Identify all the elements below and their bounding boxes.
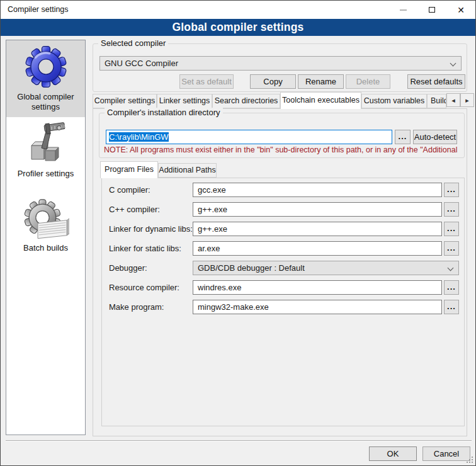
field-label-c-compiler: C compiler: (109, 183, 194, 197)
linker-dynamic-input[interactable]: g++.exe (193, 222, 442, 236)
make-program-input[interactable]: mingw32-make.exe (193, 300, 442, 314)
arrow-right-icon: ▸ (465, 96, 469, 104)
reset-defaults-button[interactable]: Reset defaults (407, 74, 465, 89)
sidebar-item-profiler-settings[interactable]: Profiler settings (6, 117, 85, 191)
subtab-program-files[interactable]: Program Files (100, 161, 158, 178)
group-legend: Compiler's installation directory (105, 108, 223, 117)
set-as-default-button[interactable]: Set as default (179, 74, 234, 89)
c-compiler-input[interactable]: gcc.exe (193, 183, 442, 197)
arrow-left-icon: ◂ (451, 96, 455, 104)
resource-compiler-input[interactable]: windres.exe (193, 280, 442, 295)
subtab-additional-paths[interactable]: Additional Paths (158, 163, 217, 178)
ok-button[interactable]: OK (369, 446, 417, 461)
delete-button[interactable]: Delete (346, 74, 390, 89)
debugger-combobox-value: GDB/CDB debugger : Default (198, 263, 305, 273)
tab-search-directories[interactable]: Search directories (212, 94, 280, 108)
minimize-icon (400, 9, 407, 11)
tab-toolchain-executables[interactable]: Toolchain executables (280, 92, 361, 109)
field-label-linker-static: Linker for static libs: (109, 241, 194, 256)
dialog-banner: Global compiler settings (1, 19, 475, 36)
page-title: Global compiler settings (172, 21, 303, 34)
sidebar-item-label: Global compiler settings (6, 91, 85, 117)
settings-tabstrip: Compiler settings Linker settings Search… (93, 92, 474, 108)
compiler-combobox-value: GNU GCC Compiler (105, 59, 178, 68)
tab-compiler-settings[interactable]: Compiler settings (93, 94, 157, 108)
cpp-compiler-input[interactable]: g++.exe (193, 202, 442, 217)
selected-compiler-group: Selected compiler GNU GCC Compiler Set a… (93, 43, 467, 92)
program-files-tabstrip: Program Files Additional Paths (100, 161, 289, 178)
installation-directory-input[interactable]: C:\raylib\MinGW (106, 130, 392, 144)
browse-cpp-compiler-button[interactable]: ... (444, 202, 459, 217)
group-legend: Selected compiler (98, 38, 168, 48)
browse-resource-compiler-button[interactable]: ... (444, 280, 459, 295)
cancel-button[interactable]: Cancel (422, 446, 470, 461)
maximize-icon (429, 7, 435, 13)
caliper-icon (23, 120, 69, 167)
titlebar[interactable]: Compiler settings ✕ (1, 1, 475, 19)
sidebar-item-label: Profiler settings (6, 168, 85, 184)
tab-linker-settings[interactable]: Linker settings (157, 94, 212, 108)
browse-directory-button[interactable]: ... (395, 130, 411, 144)
rename-button[interactable]: Rename (298, 74, 344, 89)
sidebar-item-batch-builds[interactable]: Batch builds (6, 191, 85, 268)
auto-detect-button[interactable]: Auto-detect (413, 130, 457, 144)
installation-directory-group: Compiler's installation directory C:\ray… (99, 113, 465, 158)
browse-linker-static-button[interactable]: ... (444, 241, 459, 256)
resize-grip[interactable] (467, 457, 473, 463)
sidebar-item-global-compiler-settings[interactable]: Global compiler settings (6, 40, 85, 117)
tab-scroll-left-button[interactable]: ◂ (446, 93, 460, 107)
copy-button[interactable]: Copy (250, 74, 296, 89)
sidebar-item-label: Batch builds (6, 242, 85, 258)
footer-divider (6, 440, 472, 441)
browse-linker-dynamic-button[interactable]: ... (444, 222, 459, 236)
compiler-combobox[interactable]: GNU GCC Compiler (99, 56, 462, 71)
window-title: Compiler settings (8, 1, 69, 19)
field-label-debugger: Debugger: (109, 261, 194, 275)
browse-make-program-button[interactable]: ... (444, 300, 459, 314)
chevron-down-icon (448, 265, 454, 271)
compiler-settings-dialog: Compiler settings ✕ Global compiler sett… (0, 0, 476, 466)
field-label-resource-compiler: Resource compiler: (109, 280, 194, 295)
selected-path-text: C:\raylib\MinGW (109, 132, 169, 142)
field-label-cpp-compiler: C++ compiler: (109, 202, 194, 217)
blue-gear-icon (23, 43, 69, 90)
gray-gear-stack-icon (23, 198, 69, 244)
close-button[interactable]: ✕ (446, 1, 475, 19)
minimize-button[interactable] (388, 1, 417, 19)
debugger-combobox[interactable]: GDB/CDB debugger : Default (193, 261, 459, 275)
tab-custom-variables[interactable]: Custom variables (361, 94, 427, 108)
tab-scroll-right-button[interactable]: ▸ (460, 93, 474, 107)
tab-build-options-truncated[interactable]: Build (427, 94, 446, 108)
browse-c-compiler-button[interactable]: ... (444, 183, 459, 197)
note-text: NOTE: All programs must exist either in … (104, 145, 462, 154)
chevron-down-icon (450, 60, 456, 67)
settings-category-list: Global compiler settings (6, 40, 86, 435)
field-label-linker-dynamic: Linker for dynamic libs: (109, 222, 194, 236)
linker-static-input[interactable]: ar.exe (193, 241, 442, 256)
close-icon: ✕ (457, 5, 465, 15)
maximize-button[interactable] (417, 1, 446, 19)
field-label-make-program: Make program: (109, 300, 194, 314)
